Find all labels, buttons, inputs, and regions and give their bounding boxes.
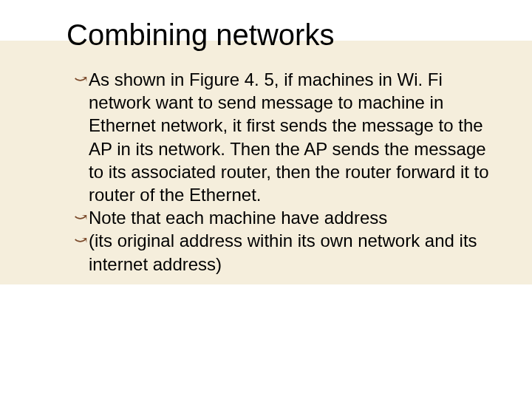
bullet-text: Note that each machine have address [89,206,495,229]
list-item: ⤻ As shown in Figure 4. 5, if machines i… [74,68,495,206]
bullet-icon: ⤻ [74,206,87,228]
bullet-icon: ⤻ [74,229,87,251]
list-item: ⤻ Note that each machine have address [74,206,495,229]
bullet-text: (its original address within its own net… [89,229,495,275]
slide: Combining networks ⤻ As shown in Figure … [0,0,532,399]
slide-content: Combining networks ⤻ As shown in Figure … [0,0,532,276]
bullet-text: As shown in Figure 4. 5, if machines in … [89,68,495,206]
list-item: ⤻ (its original address within its own n… [74,229,495,275]
bullet-icon: ⤻ [74,68,87,90]
slide-title: Combining networks [66,18,495,52]
